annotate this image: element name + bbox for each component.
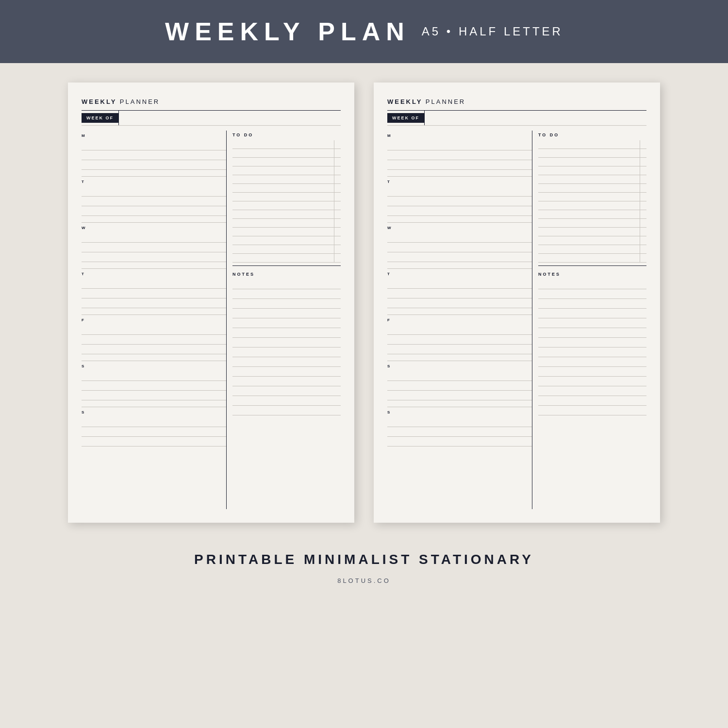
day-block-s2-left: S — [82, 407, 226, 453]
day-label-s1-right: S — [387, 364, 532, 368]
day-block-f-left: F — [82, 315, 226, 361]
day-block-m-right: M — [387, 131, 532, 177]
day-block-f-right: F — [387, 315, 532, 361]
main-area: WEEKLY PLANNER WEEK OF M T — [0, 63, 728, 537]
day-label-f-right: F — [387, 318, 532, 322]
header-banner: WEEKLY PLAN A5 • HALF LETTER — [0, 0, 728, 63]
header-subtitle: A5 • HALF LETTER — [422, 25, 563, 38]
day-label-m-right: M — [387, 133, 532, 138]
day-block-t1-left: T — [82, 177, 226, 223]
day-block-s2-right: S — [387, 407, 532, 453]
notes-section-left: NOTES — [232, 266, 341, 509]
page-title-light-left: PLANNER — [120, 98, 160, 105]
footer-brand: 8LOTUS.CO — [0, 577, 728, 584]
planner-page-left: WEEKLY PLANNER WEEK OF M T — [68, 83, 354, 523]
notes-section-right: NOTES — [538, 266, 646, 509]
day-label-w-left: W — [82, 226, 226, 230]
day-label-t1-left: T — [82, 180, 226, 184]
week-of-row-right: WEEK OF — [387, 110, 646, 126]
footer-area: PRINTABLE MINIMALIST STATIONARY 8LOTUS.C… — [0, 537, 728, 594]
day-block-w-left: W — [82, 223, 226, 269]
todo-section-right: TO DO — [538, 131, 646, 266]
right-column-left: TO DO — [227, 131, 341, 509]
day-label-s2-left: S — [82, 410, 226, 414]
header-title: WEEKLY PLAN — [165, 17, 410, 46]
todo-section-left: TO DO — [232, 131, 341, 266]
day-block-s1-left: S — [82, 361, 226, 407]
day-label-m-left: M — [82, 133, 226, 138]
day-block-s1-right: S — [387, 361, 532, 407]
day-block-w-right: W — [387, 223, 532, 269]
day-block-t2-left: T — [82, 269, 226, 315]
notes-label-right: NOTES — [538, 272, 646, 277]
day-label-w-right: W — [387, 226, 532, 230]
week-of-label-left: WEEK OF — [82, 113, 118, 123]
todo-label-left: TO DO — [232, 132, 341, 137]
page-header-left: WEEKLY PLANNER — [82, 98, 341, 105]
footer-subtitle: PRINTABLE MINIMALIST STATIONARY — [0, 552, 728, 567]
page-header-right: WEEKLY PLANNER — [387, 98, 646, 105]
days-column-right: M T W — [387, 131, 532, 509]
week-of-row-left: WEEK OF — [82, 110, 341, 126]
todo-label-right: TO DO — [538, 132, 646, 137]
day-block-t1-right: T — [387, 177, 532, 223]
day-label-s1-left: S — [82, 364, 226, 368]
week-of-label-right: WEEK OF — [387, 113, 424, 123]
page-body-right: M T W — [387, 131, 646, 509]
page-title-bold-left: WEEKLY — [82, 98, 116, 105]
day-label-s2-right: S — [387, 410, 532, 414]
page-title-light-right: PLANNER — [426, 98, 465, 105]
notes-label-left: NOTES — [232, 272, 341, 277]
page-title-bold-right: WEEKLY — [387, 98, 422, 105]
day-label-f-left: F — [82, 318, 226, 322]
day-block-t2-right: T — [387, 269, 532, 315]
days-column-left: M T W — [82, 131, 227, 509]
page-body-left: M T W — [82, 131, 341, 509]
day-label-t2-left: T — [82, 272, 226, 276]
day-label-t1-right: T — [387, 180, 532, 184]
planner-page-right: WEEKLY PLANNER WEEK OF M T — [374, 83, 660, 523]
right-column-right: TO DO — [532, 131, 646, 509]
day-block-m-left: M — [82, 131, 226, 177]
day-label-t2-right: T — [387, 272, 532, 276]
